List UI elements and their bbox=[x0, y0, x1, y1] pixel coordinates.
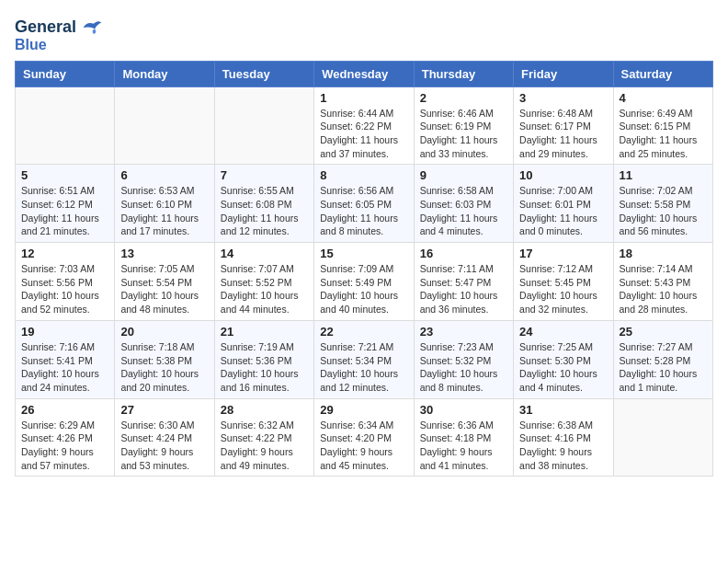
calendar-cell bbox=[214, 86, 313, 165]
calendar-cell: 10Sunrise: 7:00 AM Sunset: 6:01 PM Dayli… bbox=[514, 165, 613, 243]
day-info: Sunrise: 6:58 AM Sunset: 6:03 PM Dayligh… bbox=[420, 184, 507, 238]
calendar-cell: 17Sunrise: 7:12 AM Sunset: 5:45 PM Dayli… bbox=[514, 243, 613, 321]
calendar-cell: 26Sunrise: 6:29 AM Sunset: 4:26 PM Dayli… bbox=[16, 398, 115, 477]
calendar-cell: 2Sunrise: 6:46 AM Sunset: 6:19 PM Daylig… bbox=[414, 86, 513, 165]
day-number: 20 bbox=[120, 325, 208, 339]
logo-bird-icon bbox=[78, 15, 104, 40]
day-number: 31 bbox=[519, 403, 607, 417]
day-number: 28 bbox=[221, 403, 308, 417]
day-number: 3 bbox=[519, 91, 607, 105]
day-number: 26 bbox=[21, 403, 108, 417]
calendar-cell: 23Sunrise: 7:23 AM Sunset: 5:32 PM Dayli… bbox=[414, 320, 513, 398]
calendar-cell: 14Sunrise: 7:07 AM Sunset: 5:52 PM Dayli… bbox=[214, 243, 313, 321]
week-row-2: 5Sunrise: 6:51 AM Sunset: 6:12 PM Daylig… bbox=[16, 165, 713, 243]
calendar-cell: 31Sunrise: 6:38 AM Sunset: 4:16 PM Dayli… bbox=[514, 398, 613, 477]
weekday-header-row: SundayMondayTuesdayWednesdayThursdayFrid… bbox=[16, 61, 713, 86]
calendar-cell: 16Sunrise: 7:11 AM Sunset: 5:47 PM Dayli… bbox=[414, 243, 513, 321]
day-number: 1 bbox=[320, 91, 407, 105]
day-number: 21 bbox=[221, 325, 308, 339]
day-number: 11 bbox=[620, 168, 707, 182]
day-info: Sunrise: 7:21 AM Sunset: 5:34 PM Dayligh… bbox=[320, 340, 407, 395]
weekday-thursday: Thursday bbox=[414, 61, 513, 86]
day-info: Sunrise: 6:32 AM Sunset: 4:22 PM Dayligh… bbox=[221, 419, 308, 473]
calendar-cell: 24Sunrise: 7:25 AM Sunset: 5:30 PM Dayli… bbox=[514, 320, 613, 398]
day-info: Sunrise: 7:11 AM Sunset: 5:47 PM Dayligh… bbox=[420, 262, 507, 316]
day-info: Sunrise: 6:53 AM Sunset: 6:10 PM Dayligh… bbox=[120, 184, 208, 238]
day-info: Sunrise: 7:19 AM Sunset: 5:36 PM Dayligh… bbox=[221, 340, 308, 395]
day-info: Sunrise: 7:14 AM Sunset: 5:43 PM Dayligh… bbox=[620, 262, 707, 316]
weekday-saturday: Saturday bbox=[613, 61, 712, 86]
day-info: Sunrise: 7:12 AM Sunset: 5:45 PM Dayligh… bbox=[519, 262, 607, 316]
calendar-cell: 19Sunrise: 7:16 AM Sunset: 5:41 PM Dayli… bbox=[16, 320, 115, 398]
day-number: 24 bbox=[519, 325, 607, 339]
day-number: 18 bbox=[620, 247, 707, 260]
calendar-cell: 29Sunrise: 6:34 AM Sunset: 4:20 PM Dayli… bbox=[314, 398, 414, 477]
calendar-cell bbox=[115, 86, 214, 165]
day-number: 4 bbox=[620, 91, 707, 105]
weekday-tuesday: Tuesday bbox=[214, 61, 313, 86]
calendar-cell: 12Sunrise: 7:03 AM Sunset: 5:56 PM Dayli… bbox=[16, 243, 115, 321]
day-number: 9 bbox=[420, 168, 507, 182]
day-info: Sunrise: 6:38 AM Sunset: 4:16 PM Dayligh… bbox=[519, 419, 607, 473]
day-info: Sunrise: 6:46 AM Sunset: 6:19 PM Dayligh… bbox=[420, 107, 507, 161]
calendar-cell: 27Sunrise: 6:30 AM Sunset: 4:24 PM Dayli… bbox=[115, 398, 214, 477]
day-info: Sunrise: 7:16 AM Sunset: 5:41 PM Dayligh… bbox=[21, 340, 108, 395]
calendar-cell bbox=[613, 398, 712, 477]
day-info: Sunrise: 7:00 AM Sunset: 6:01 PM Dayligh… bbox=[519, 184, 607, 238]
day-number: 17 bbox=[519, 247, 607, 260]
calendar-cell: 15Sunrise: 7:09 AM Sunset: 5:49 PM Dayli… bbox=[314, 243, 414, 321]
day-number: 13 bbox=[120, 247, 208, 260]
day-number: 10 bbox=[519, 168, 607, 182]
calendar-cell: 3Sunrise: 6:48 AM Sunset: 6:17 PM Daylig… bbox=[514, 86, 613, 165]
weekday-sunday: Sunday bbox=[16, 61, 115, 86]
day-info: Sunrise: 6:55 AM Sunset: 6:08 PM Dayligh… bbox=[221, 184, 308, 238]
calendar-cell: 7Sunrise: 6:55 AM Sunset: 6:08 PM Daylig… bbox=[214, 165, 313, 243]
day-number: 30 bbox=[420, 403, 507, 417]
day-number: 6 bbox=[120, 168, 208, 182]
calendar-cell: 8Sunrise: 6:56 AM Sunset: 6:05 PM Daylig… bbox=[314, 165, 414, 243]
day-info: Sunrise: 6:29 AM Sunset: 4:26 PM Dayligh… bbox=[21, 419, 108, 473]
weekday-friday: Friday bbox=[514, 61, 613, 86]
day-info: Sunrise: 7:09 AM Sunset: 5:49 PM Dayligh… bbox=[320, 262, 407, 316]
day-number: 7 bbox=[221, 168, 308, 182]
day-info: Sunrise: 6:48 AM Sunset: 6:17 PM Dayligh… bbox=[519, 107, 607, 161]
day-number: 5 bbox=[21, 168, 108, 182]
day-info: Sunrise: 7:23 AM Sunset: 5:32 PM Dayligh… bbox=[420, 340, 507, 395]
day-number: 8 bbox=[320, 168, 407, 182]
day-info: Sunrise: 7:27 AM Sunset: 5:28 PM Dayligh… bbox=[620, 340, 707, 395]
calendar-table: SundayMondayTuesdayWednesdayThursdayFrid… bbox=[15, 61, 713, 477]
calendar-cell: 1Sunrise: 6:44 AM Sunset: 6:22 PM Daylig… bbox=[314, 86, 414, 165]
calendar-cell: 11Sunrise: 7:02 AM Sunset: 5:58 PM Dayli… bbox=[613, 165, 712, 243]
day-info: Sunrise: 7:05 AM Sunset: 5:54 PM Dayligh… bbox=[120, 262, 208, 316]
calendar-cell: 9Sunrise: 6:58 AM Sunset: 6:03 PM Daylig… bbox=[414, 165, 513, 243]
calendar-cell: 21Sunrise: 7:19 AM Sunset: 5:36 PM Dayli… bbox=[214, 320, 313, 398]
calendar-cell: 6Sunrise: 6:53 AM Sunset: 6:10 PM Daylig… bbox=[115, 165, 214, 243]
day-info: Sunrise: 6:49 AM Sunset: 6:15 PM Dayligh… bbox=[620, 107, 707, 161]
logo: General Blue bbox=[15, 15, 104, 53]
day-number: 2 bbox=[420, 91, 507, 105]
day-number: 29 bbox=[320, 403, 407, 417]
day-info: Sunrise: 6:51 AM Sunset: 6:12 PM Dayligh… bbox=[21, 184, 108, 238]
day-number: 15 bbox=[320, 247, 407, 260]
calendar-cell: 13Sunrise: 7:05 AM Sunset: 5:54 PM Dayli… bbox=[115, 243, 214, 321]
day-number: 16 bbox=[420, 247, 507, 260]
day-number: 19 bbox=[21, 325, 108, 339]
day-info: Sunrise: 7:02 AM Sunset: 5:58 PM Dayligh… bbox=[620, 184, 707, 238]
calendar-cell: 5Sunrise: 6:51 AM Sunset: 6:12 PM Daylig… bbox=[16, 165, 115, 243]
day-number: 23 bbox=[420, 325, 507, 339]
day-info: Sunrise: 7:25 AM Sunset: 5:30 PM Dayligh… bbox=[519, 340, 607, 395]
calendar-cell: 22Sunrise: 7:21 AM Sunset: 5:34 PM Dayli… bbox=[314, 320, 414, 398]
calendar-cell: 18Sunrise: 7:14 AM Sunset: 5:43 PM Dayli… bbox=[613, 243, 712, 321]
week-row-1: 1Sunrise: 6:44 AM Sunset: 6:22 PM Daylig… bbox=[16, 86, 713, 165]
day-number: 27 bbox=[120, 403, 208, 417]
day-info: Sunrise: 6:34 AM Sunset: 4:20 PM Dayligh… bbox=[320, 419, 407, 473]
week-row-4: 19Sunrise: 7:16 AM Sunset: 5:41 PM Dayli… bbox=[16, 320, 713, 398]
day-info: Sunrise: 6:44 AM Sunset: 6:22 PM Dayligh… bbox=[320, 107, 407, 161]
calendar-cell: 28Sunrise: 6:32 AM Sunset: 4:22 PM Dayli… bbox=[214, 398, 313, 477]
week-row-5: 26Sunrise: 6:29 AM Sunset: 4:26 PM Dayli… bbox=[16, 398, 713, 477]
day-info: Sunrise: 6:36 AM Sunset: 4:18 PM Dayligh… bbox=[420, 419, 507, 473]
day-info: Sunrise: 6:56 AM Sunset: 6:05 PM Dayligh… bbox=[320, 184, 407, 238]
logo-text: General bbox=[15, 18, 76, 37]
day-info: Sunrise: 7:18 AM Sunset: 5:38 PM Dayligh… bbox=[120, 340, 208, 395]
day-info: Sunrise: 7:03 AM Sunset: 5:56 PM Dayligh… bbox=[21, 262, 108, 316]
